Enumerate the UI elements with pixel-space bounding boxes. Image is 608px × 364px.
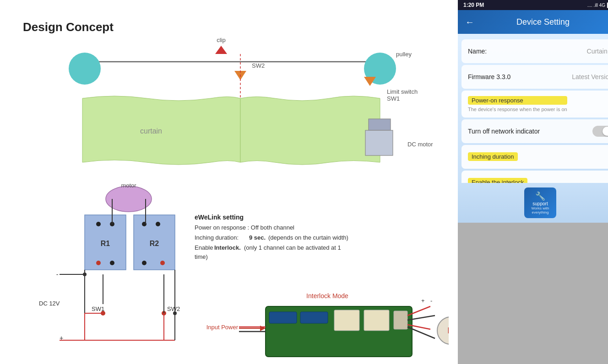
name-label: Name:	[468, 48, 487, 55]
ewelink-line3-bold: Interlock.	[214, 244, 241, 251]
status-time: 1:20 PM	[463, 2, 484, 8]
left-pulley	[69, 53, 101, 85]
relay2-on-pcb	[364, 310, 389, 331]
setting-row-power-on[interactable]: Power-on response The device's response …	[461, 91, 608, 118]
network-toggle-wrap	[592, 126, 608, 137]
status-bar: 1:20 PM .... .ill 4G ▉ 76	[458, 0, 608, 10]
sw2-label-top: SW2	[252, 62, 265, 69]
support-label: support	[531, 201, 550, 206]
power-on-label-wrap: Power-on response The device's response …	[468, 96, 567, 112]
motor-m-label: M	[448, 326, 449, 335]
firmware-value: Latest Version	[572, 73, 608, 80]
sw1-label: SW1	[387, 95, 400, 102]
network-toggle[interactable]	[592, 126, 608, 137]
clip-triangle	[215, 46, 227, 54]
firmware-label: Firmware 3.3.0	[468, 73, 510, 80]
clip-label: clip	[217, 37, 226, 43]
r2-dot-tr	[156, 222, 160, 226]
support-area: 🔧 support Works with everything	[458, 183, 608, 223]
pulley-label: pulley	[396, 51, 412, 58]
r1-dot-bl	[96, 261, 101, 265]
r1-dot-br	[110, 261, 114, 265]
phone-screen: 1:20 PM .... .ill 4G ▉ 76 ← Device Setti…	[458, 0, 608, 364]
ewelink-line1: Power on response : Off both channel	[195, 224, 294, 231]
ewelink-title: eWeLink setting	[195, 214, 244, 221]
back-button[interactable]: ←	[465, 17, 474, 27]
dc-motor-box	[365, 130, 393, 155]
dc-motor-upper	[369, 119, 391, 130]
ewelink-line2-bold: 9 sec.	[249, 234, 266, 241]
motor-circle	[437, 317, 449, 344]
dc-12v-label: DC 12V	[39, 300, 60, 307]
support-icon: 🔧	[531, 191, 550, 201]
sw2-bottom-label: SW2	[167, 305, 180, 312]
ewelink-line3-suffix2: time)	[195, 253, 208, 260]
gray-bottom-area	[458, 223, 608, 364]
pcb-component2	[300, 312, 328, 323]
positive-sign: +	[60, 334, 63, 342]
right-curtain	[240, 96, 380, 165]
connector-pcb	[394, 311, 407, 329]
setting-row-inching[interactable]: Inching duration ›	[461, 145, 608, 169]
settings-list: Name: Curtain › Firmware 3.3.0 Latest Ve…	[458, 34, 608, 183]
negative-sign: -	[56, 271, 59, 278]
r2-dot-br	[160, 261, 165, 265]
sw1-bottom-label: SW1	[92, 305, 104, 312]
ewelink-line3-prefix: Enable	[195, 244, 213, 251]
design-concept-title: Design Concept	[23, 20, 114, 34]
setting-row-network[interactable]: Turn off network indicator	[461, 119, 608, 143]
limit-switch-label: Limit switch	[387, 88, 418, 95]
plus-label-motor: +	[421, 297, 425, 304]
r1-label: R1	[101, 240, 110, 247]
interlock-badge: Enable the interlock	[468, 178, 527, 183]
support-button[interactable]: 🔧 support Works with everything	[524, 187, 556, 218]
setting-row-name[interactable]: Name: Curtain ›	[461, 39, 608, 63]
support-sublabel: Works with everything	[531, 206, 550, 214]
minus-label-motor: -	[430, 297, 432, 304]
motor-label: motor	[121, 182, 136, 189]
network-label: Turn off network indicator	[468, 128, 540, 135]
dc-motor-label: DC motor	[407, 141, 433, 148]
r2-dot-bl	[142, 261, 147, 265]
inching-badge: Inching duration	[468, 152, 518, 161]
ewelink-line2-suffix: (depends on the curtain width)	[268, 234, 348, 241]
curtain-label: curtain	[140, 127, 162, 135]
pcb-component1	[269, 312, 297, 323]
phone-container: 1:20 PM .... .ill 4G ▉ 76 ← Device Setti…	[458, 0, 608, 364]
power-on-badge: Power-on response	[468, 96, 567, 105]
app-header: ← Device Setting	[458, 10, 608, 34]
ewelink-line3-suffix1: (only 1 channel can be activated at 1	[244, 244, 341, 251]
power-on-sublabel: The device's response when the power is …	[468, 107, 567, 112]
diagram-area: Design Concept clip SW2 curtain DC motor	[0, 0, 458, 364]
status-icons: .... .ill 4G ▉ 76	[587, 3, 608, 8]
signal-icon: .... .ill 4G	[587, 3, 605, 8]
setting-row-firmware: Firmware 3.3.0 Latest Version	[461, 65, 608, 89]
main-diagram-svg: Design Concept clip SW2 curtain DC motor	[9, 9, 449, 364]
r2-label: R2	[150, 240, 159, 247]
relay1-on-pcb	[334, 310, 359, 331]
interlock-mode-label: Interlock Mode	[306, 292, 348, 300]
setting-row-interlock[interactable]: Enable the interlock ›	[461, 171, 608, 183]
ewelink-line2: Inching duration:	[195, 234, 239, 241]
input-power-label: Input Power	[206, 324, 239, 331]
header-title: Device Setting	[480, 17, 606, 27]
r1-dot-tl	[96, 222, 101, 226]
name-value: Curtain	[587, 48, 608, 55]
